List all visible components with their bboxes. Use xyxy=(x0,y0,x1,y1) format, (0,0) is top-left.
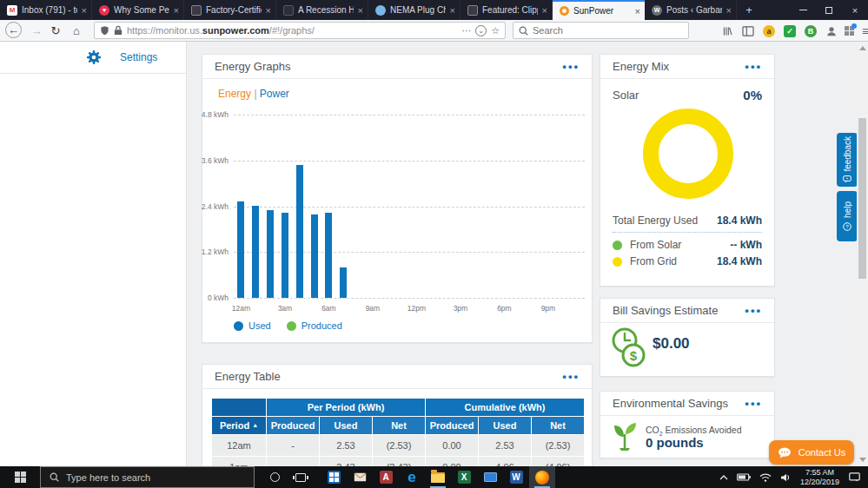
column-header[interactable]: Used xyxy=(479,417,531,434)
hamburger-menu-icon[interactable]: ≡ xyxy=(856,23,868,39)
url-bar[interactable]: https://monitor.us.sunpower.com/#!/graph… xyxy=(94,22,506,39)
chart-bar[interactable] xyxy=(325,213,332,298)
search-input[interactable] xyxy=(533,25,683,36)
column-header[interactable]: Net xyxy=(532,417,584,434)
tab-close-icon[interactable]: × xyxy=(82,5,87,16)
tab-factory-certified[interactable]: Factory-Certified Cli × xyxy=(184,0,276,20)
card-menu-dots[interactable]: ••• xyxy=(745,304,762,317)
access-app-button[interactable]: A xyxy=(373,466,399,488)
card-menu-dots[interactable]: ••• xyxy=(745,397,762,410)
chart-bar[interactable] xyxy=(311,214,318,298)
battery-icon[interactable] xyxy=(732,466,755,488)
wifi-icon[interactable] xyxy=(755,466,776,488)
sidebar-toggle-icon[interactable] xyxy=(739,23,758,39)
home-button[interactable]: ⌂ xyxy=(68,22,85,39)
minimize-button[interactable] xyxy=(790,0,816,20)
taskbar-search-box[interactable]: Type here to search xyxy=(40,466,255,488)
store-button[interactable] xyxy=(321,466,347,488)
tab-close-icon[interactable]: × xyxy=(174,5,179,16)
chart-bar[interactable] xyxy=(340,267,347,298)
extension-green-b-icon[interactable]: B xyxy=(801,23,820,39)
legend-label: Produced xyxy=(301,320,342,331)
restore-button[interactable] xyxy=(816,0,842,20)
column-header[interactable]: Produced xyxy=(426,417,478,434)
action-center-icon[interactable] xyxy=(845,466,868,488)
shield-icon[interactable] xyxy=(100,25,109,36)
period-sort-header[interactable]: Period ▲ xyxy=(212,417,266,434)
feedback-side-tab[interactable]: feedback xyxy=(837,133,858,187)
chart-bar[interactable] xyxy=(237,201,244,298)
tab-recession[interactable]: A Recession Hasn't × xyxy=(276,0,368,20)
chart-bar[interactable] xyxy=(282,213,288,298)
chart-bar[interactable] xyxy=(296,165,303,298)
solar-percent-row: Solar 0% xyxy=(613,88,762,102)
account-icon[interactable] xyxy=(822,23,841,39)
bookmark-star-icon[interactable]: ☆ xyxy=(491,25,500,36)
edge-icon: e xyxy=(407,469,415,486)
file-explorer-button[interactable] xyxy=(425,466,451,488)
x-axis-tick-label: 9am xyxy=(366,304,381,313)
firefox-icon xyxy=(535,471,549,485)
new-tab-button[interactable]: + xyxy=(737,0,761,20)
column-header[interactable]: Used xyxy=(320,417,372,434)
forward-button[interactable]: → xyxy=(28,22,45,39)
device-app-button[interactable] xyxy=(477,466,503,488)
pocket-icon[interactable]: ⌄ xyxy=(475,25,487,36)
cortana-icon xyxy=(270,472,280,482)
toggle-energy[interactable]: Energy xyxy=(218,88,251,100)
extension-green-check-icon[interactable]: ✓ xyxy=(780,23,799,39)
tab-close-icon[interactable]: × xyxy=(635,6,640,16)
tab-clippercreek[interactable]: Featured: ClipperCre × xyxy=(461,0,553,20)
reload-button[interactable]: ↻ xyxy=(47,22,64,39)
toggle-power[interactable]: Power xyxy=(260,88,289,100)
edge-button[interactable]: e xyxy=(399,466,425,488)
tab-close-icon[interactable]: × xyxy=(450,5,455,16)
library-icon[interactable] xyxy=(718,23,737,39)
page-actions-icon[interactable]: ··· xyxy=(461,25,471,36)
card-menu-dots[interactable]: ••• xyxy=(562,370,580,383)
close-window-button[interactable]: × xyxy=(842,0,868,20)
mail-button[interactable] xyxy=(347,466,373,488)
taskbar-clock[interactable]: 7:55 AM 12/20/2019 xyxy=(795,468,845,487)
browser-search-bar[interactable] xyxy=(513,22,689,39)
chart-bar[interactable] xyxy=(252,206,259,298)
scrollbar-down-arrow[interactable] xyxy=(859,458,866,462)
speaker-icon[interactable] xyxy=(776,466,795,488)
firefox-button[interactable] xyxy=(529,466,555,488)
tab-close-icon[interactable]: × xyxy=(266,5,271,16)
card-menu-dots[interactable]: ••• xyxy=(562,60,580,73)
tray-chevron-icon[interactable] xyxy=(715,466,732,488)
tab-inbox[interactable]: M Inbox (791) - toulou × xyxy=(0,0,92,20)
start-button[interactable] xyxy=(0,466,40,488)
tab-title: Inbox (791) - toulou xyxy=(22,5,77,15)
card-menu-dots[interactable]: ••• xyxy=(745,60,762,73)
chart-bar[interactable] xyxy=(267,210,274,298)
sidebar-item-settings[interactable]: Settings xyxy=(0,42,186,74)
cell: (2.43) xyxy=(373,457,425,466)
tab-close-icon[interactable]: × xyxy=(358,5,363,16)
table-row: 1am - 2.43 (2.43) 0.00 4.96 (4.96) xyxy=(212,457,584,466)
tab-close-icon[interactable]: × xyxy=(726,5,732,16)
excel-button[interactable]: X xyxy=(451,466,477,488)
cell: - xyxy=(267,457,319,466)
lock-icon[interactable] xyxy=(114,25,123,36)
from-solar-label: From Solar xyxy=(630,239,681,251)
help-side-tab[interactable]: help ? xyxy=(837,191,858,241)
cell: 2.43 xyxy=(320,457,372,466)
task-view-button[interactable] xyxy=(288,466,314,488)
tab-nema-plug-chart[interactable]: NEMA Plug Chart - × xyxy=(368,0,461,20)
cortana-button[interactable] xyxy=(262,466,288,488)
scrollbar-thumb[interactable] xyxy=(858,118,866,279)
word-button[interactable]: W xyxy=(503,466,529,488)
tab-sunpower-active[interactable]: SunPower × xyxy=(553,0,645,20)
column-header[interactable]: Produced xyxy=(267,417,319,434)
column-header[interactable]: Net xyxy=(373,417,425,434)
tab-close-icon[interactable]: × xyxy=(542,5,547,16)
tab-garbanzo-posts[interactable]: W Posts ‹ Garbanzo Be × xyxy=(645,0,737,20)
page-scrollbar[interactable] xyxy=(857,42,868,466)
contact-us-button[interactable]: Contact Us xyxy=(769,440,854,465)
extension-yellow-icon[interactable]: a xyxy=(759,23,779,39)
back-button[interactable]: ← xyxy=(5,22,22,38)
tab-why-some-people[interactable]: ♥ Why Some People A × xyxy=(92,0,184,20)
scrollbar-up-arrow[interactable] xyxy=(859,46,866,50)
